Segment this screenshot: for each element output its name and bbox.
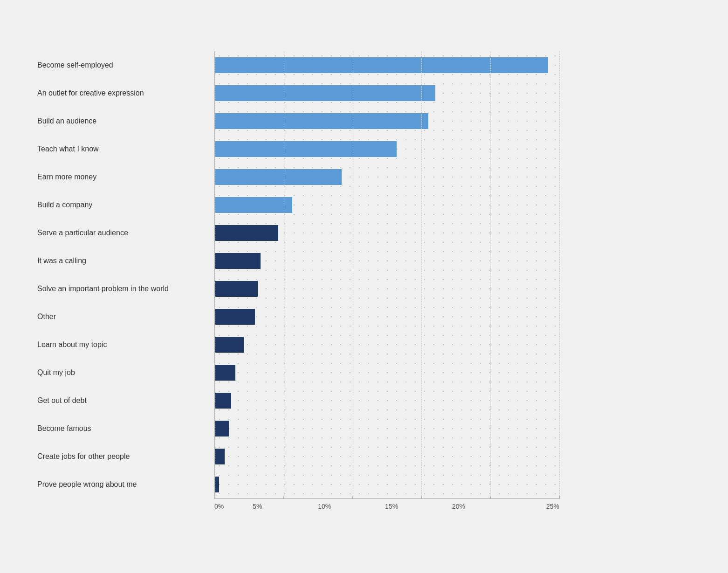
bar-label: It was a calling bbox=[37, 247, 214, 275]
bar-row bbox=[215, 79, 559, 107]
grid-line bbox=[559, 51, 560, 498]
x-tick-label: 10% bbox=[291, 503, 358, 510]
x-tick-label: 0% bbox=[214, 503, 224, 510]
bar-label: Become self-employed bbox=[37, 51, 214, 79]
bar bbox=[215, 141, 397, 157]
bar bbox=[215, 365, 235, 381]
bar-row bbox=[215, 415, 559, 443]
bar-label: Teach what I know bbox=[37, 135, 214, 163]
x-tick-label: 20% bbox=[425, 503, 492, 510]
x-axis-tick bbox=[490, 496, 491, 499]
bar-label: Quit my job bbox=[37, 359, 214, 387]
x-axis: 0%5%10%15%20%25% bbox=[214, 498, 559, 510]
bar bbox=[215, 169, 342, 185]
chart-body: Become self-employedAn outlet for creati… bbox=[37, 51, 559, 498]
x-tick-label: 5% bbox=[224, 503, 291, 510]
bar-label: Other bbox=[37, 303, 214, 331]
chart-container: Become self-employedAn outlet for creati… bbox=[19, 19, 578, 538]
x-axis-tick bbox=[352, 496, 353, 499]
bar-row bbox=[215, 303, 559, 331]
bar-row bbox=[215, 359, 559, 387]
bar bbox=[215, 309, 255, 325]
bar-label: Solve an important problem in the world bbox=[37, 275, 214, 303]
bar-label: Build a company bbox=[37, 191, 214, 219]
bar-row bbox=[215, 247, 559, 275]
bar-row bbox=[215, 387, 559, 415]
bar bbox=[215, 337, 244, 353]
bar-row bbox=[215, 275, 559, 303]
x-axis-tick bbox=[559, 496, 560, 499]
bar bbox=[215, 421, 229, 437]
chart-area: Become self-employedAn outlet for creati… bbox=[37, 51, 559, 510]
bar-row bbox=[215, 135, 559, 163]
bar-label: Become famous bbox=[37, 415, 214, 443]
bar bbox=[215, 57, 548, 73]
bar bbox=[215, 113, 428, 129]
bar-label: Serve a particular audience bbox=[37, 219, 214, 247]
x-tick-label: 25% bbox=[492, 503, 559, 510]
bar-label: Earn more money bbox=[37, 163, 214, 191]
bar bbox=[215, 197, 292, 213]
bar-row bbox=[215, 51, 559, 79]
bar-label: An outlet for creative expression bbox=[37, 79, 214, 107]
bar-row bbox=[215, 443, 559, 471]
bar-label: Build an audience bbox=[37, 107, 214, 135]
bar bbox=[215, 85, 435, 101]
x-axis-tick bbox=[421, 496, 422, 499]
bar bbox=[215, 449, 225, 464]
x-tick-label: 15% bbox=[358, 503, 425, 510]
bar-label: Prove people wrong about me bbox=[37, 471, 214, 498]
x-axis-tick bbox=[214, 496, 215, 499]
bar-row bbox=[215, 331, 559, 359]
bar bbox=[215, 393, 231, 409]
bar bbox=[215, 281, 258, 297]
bar-row bbox=[215, 107, 559, 135]
bar-row bbox=[215, 471, 559, 498]
bar-row bbox=[215, 163, 559, 191]
labels-column: Become self-employedAn outlet for creati… bbox=[37, 51, 214, 498]
x-axis-tick bbox=[283, 496, 284, 499]
bar-row bbox=[215, 219, 559, 247]
bar bbox=[215, 477, 219, 492]
bar bbox=[215, 225, 278, 241]
bar-label: Learn about my topic bbox=[37, 331, 214, 359]
bar bbox=[215, 253, 261, 269]
bar-label: Create jobs for other people bbox=[37, 443, 214, 471]
bar-row bbox=[215, 191, 559, 219]
bar-label: Get out of debt bbox=[37, 387, 214, 415]
bars-column bbox=[214, 51, 559, 498]
